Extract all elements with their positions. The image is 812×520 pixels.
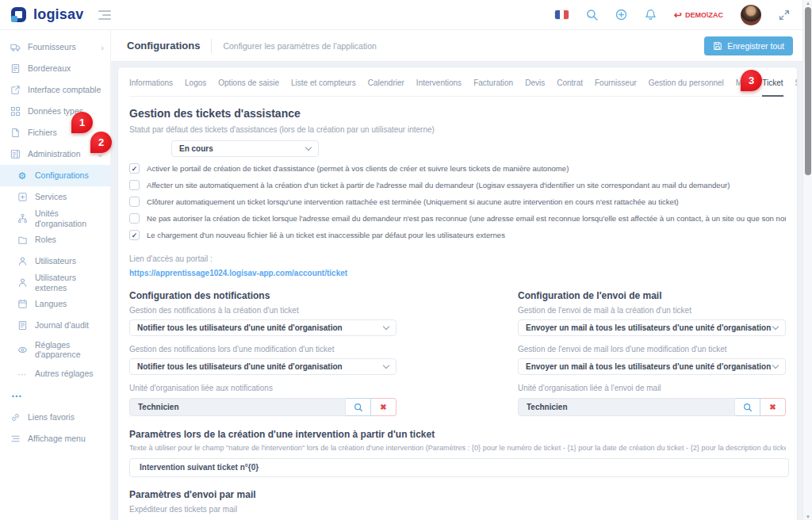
annotation-marker-2: 2 xyxy=(90,132,112,153)
mail-config-title: Configuration de l'envoi de mail xyxy=(518,290,786,301)
chevron-right-icon: › xyxy=(101,43,104,52)
mail-unit-input[interactable] xyxy=(518,398,735,416)
sidebar-item-utilisateurs[interactable]: Utilisateurs xyxy=(0,250,110,272)
brand: logisav xyxy=(11,6,111,23)
sidebar-item-configurations[interactable]: ⚙ Configurations xyxy=(0,165,110,186)
portal-link[interactable]: https://apprentissage1024.logisav-app.co… xyxy=(129,269,347,277)
annotation-marker-3: 3 xyxy=(741,70,762,91)
eye-icon xyxy=(17,345,28,355)
sidebar-item-interface-comptable[interactable]: Interface comptable xyxy=(0,79,110,101)
portal-link-block: Lien d'accès au portail : https://appren… xyxy=(129,253,786,279)
sidebar-item-affichage-menu[interactable]: Affichage menu xyxy=(0,428,110,449)
vertical-scrollbar[interactable]: ▲ ▼ xyxy=(802,0,812,520)
sidebar-item-roles[interactable]: Roles xyxy=(0,229,110,250)
chevron-down-icon xyxy=(383,323,389,330)
sidebar-item-reglages-apparence[interactable]: Réglages d'apparence xyxy=(0,336,110,363)
tab-devis[interactable]: Devis xyxy=(525,78,545,97)
current-user[interactable]: ↩ DEMO\ZAC xyxy=(674,10,723,20)
section-title-tickets: Gestion des tickets d'assistance xyxy=(129,107,786,120)
chevron-down-icon xyxy=(383,362,389,369)
external-link-icon xyxy=(10,85,21,95)
tab-ticket[interactable]: Ticket xyxy=(762,78,783,97)
tab-informations[interactable]: Informations xyxy=(129,78,173,97)
mail-unit-search-button[interactable] xyxy=(735,398,760,416)
avatar[interactable] xyxy=(741,5,761,25)
checkbox-email-reconnue[interactable] xyxy=(129,213,140,224)
checkbox-portal[interactable]: ✓ xyxy=(129,163,140,174)
notif-unit-search-button[interactable] xyxy=(346,398,371,416)
tab-logos[interactable]: Logos xyxy=(185,78,206,97)
more-sections-icon[interactable]: ⋯ xyxy=(0,384,110,407)
mail-create-select[interactable]: Envoyer un mail à tous les utilisateurs … xyxy=(518,319,786,336)
notif-unit-clear-button[interactable]: ✖ xyxy=(371,398,396,416)
search-icon[interactable] xyxy=(586,9,598,21)
org-chart-icon xyxy=(17,213,28,224)
tab-options-de-saisie[interactable]: Options de saisie xyxy=(218,78,279,97)
checkbox-label: Le chargement d'un nouveau fichier lié à… xyxy=(147,230,505,240)
tab-interventions[interactable]: Interventions xyxy=(416,78,462,97)
status-default-select[interactable]: En cours xyxy=(171,140,319,157)
sidebar-item-autres-reglages[interactable]: ⋯ Autres réglages xyxy=(0,363,110,384)
sidebar-item-unites-organisation[interactable]: Unités d'organisation xyxy=(0,208,110,229)
status-default-value: En cours xyxy=(179,144,213,153)
reply-arrow-icon: ↩ xyxy=(674,10,682,20)
tab-contrat[interactable]: Contrat xyxy=(557,78,583,97)
logisav-logo-icon xyxy=(11,7,26,22)
notif-create-select[interactable]: Notifier tous les utilisateurs d'une uni… xyxy=(129,319,396,336)
config-tabs: Informations Logos Options de saisie Lis… xyxy=(129,67,786,97)
notif-unit-input[interactable] xyxy=(129,398,346,416)
checkbox-row-portal: ✓ Activer le portail de création de tick… xyxy=(129,163,786,174)
sidebar-item-label: Liens favoris xyxy=(28,412,104,422)
scroll-down-arrow-icon[interactable]: ▼ xyxy=(803,514,812,519)
mail-send-section-title: Paramètres d'envoi par mail xyxy=(129,489,786,500)
mail-unit-clear-button[interactable]: ✖ xyxy=(760,398,786,416)
scrollbar-thumb[interactable] xyxy=(805,7,811,175)
intervention-text-input[interactable] xyxy=(129,458,789,477)
notif-unit-row: ✖ xyxy=(129,398,396,416)
sidebar-item-bordereaux[interactable]: Bordereaux xyxy=(0,58,110,79)
sidebar-item-journal-audit[interactable]: Journal d'audit xyxy=(0,315,110,336)
sidebar: Fournisseurs › Bordereaux Interface comp… xyxy=(0,30,111,520)
notifications-mail-columns: Configuration des notifications Gestion … xyxy=(129,290,786,416)
checkbox-row-cloture-auto: Clôturer automatiquement un ticket lorsq… xyxy=(129,197,786,207)
tab-sms[interactable]: SMS xyxy=(795,78,798,97)
checkbox-fichier-inaccessible[interactable]: ✓ xyxy=(129,230,140,240)
sidebar-item-services[interactable]: Services xyxy=(0,186,110,208)
checkbox-cloture-auto[interactable] xyxy=(129,197,140,207)
menu-list-icon xyxy=(10,434,21,444)
sidebar-item-fournisseurs[interactable]: Fournisseurs › xyxy=(0,36,110,58)
sidebar-item-liens-favoris[interactable]: Liens favoris xyxy=(0,407,110,428)
sidebar-item-label: Langues xyxy=(35,299,104,308)
bell-icon[interactable] xyxy=(645,9,657,21)
expand-icon[interactable] xyxy=(779,10,790,21)
tab-fournisseur[interactable]: Fournisseur xyxy=(595,78,637,97)
ellipsis-icon: ⋯ xyxy=(17,369,28,379)
mail-update-select[interactable]: Envoyer un mail à tous les utilisateurs … xyxy=(518,358,786,375)
checkbox-label: Affecter un site automatiquement à la cr… xyxy=(147,180,730,190)
tab-facturation[interactable]: Facturation xyxy=(473,78,513,97)
tab-calendrier[interactable]: Calendrier xyxy=(368,78,404,97)
sidebar-item-label: Affichage menu xyxy=(28,434,104,443)
sidebar-item-donnees-types[interactable]: Données types xyxy=(0,101,110,122)
chevron-down-icon xyxy=(772,362,779,369)
mail-create-label: Gestion de l'envoi de mail à la création… xyxy=(518,304,786,316)
notif-update-select[interactable]: Notifier tous les utilisateurs d'une uni… xyxy=(129,358,396,375)
page-subtitle: Configurer les paramètres de l'applicati… xyxy=(223,41,704,51)
search-icon xyxy=(354,403,363,412)
checkbox-site-auto[interactable] xyxy=(129,180,140,190)
documents-icon xyxy=(10,63,21,74)
save-all-button[interactable]: Enregistrer tout xyxy=(704,36,793,55)
notif-create-label: Gestion des notifications à la création … xyxy=(129,304,396,316)
plus-circle-icon[interactable] xyxy=(615,9,627,21)
french-flag-icon[interactable] xyxy=(555,10,569,19)
scroll-up-arrow-icon[interactable]: ▲ xyxy=(803,1,812,6)
tab-liste-et-compteurs[interactable]: Liste et compteurs xyxy=(291,78,356,97)
chevron-down-icon xyxy=(772,323,779,330)
sidebar-item-label: Configurations xyxy=(35,170,104,180)
notif-update-label: Gestion des notifications lors d'une mod… xyxy=(129,343,396,355)
tab-gestion-du-personnel[interactable]: Gestion du personnel xyxy=(649,78,724,97)
sidebar-item-label: Journal d'audit xyxy=(35,320,104,330)
menu-toggle-icon[interactable] xyxy=(98,10,111,20)
sidebar-item-utilisateurs-externes[interactable]: Utilisateurs externes xyxy=(0,272,110,293)
sidebar-item-langues[interactable]: Langues xyxy=(0,293,110,315)
